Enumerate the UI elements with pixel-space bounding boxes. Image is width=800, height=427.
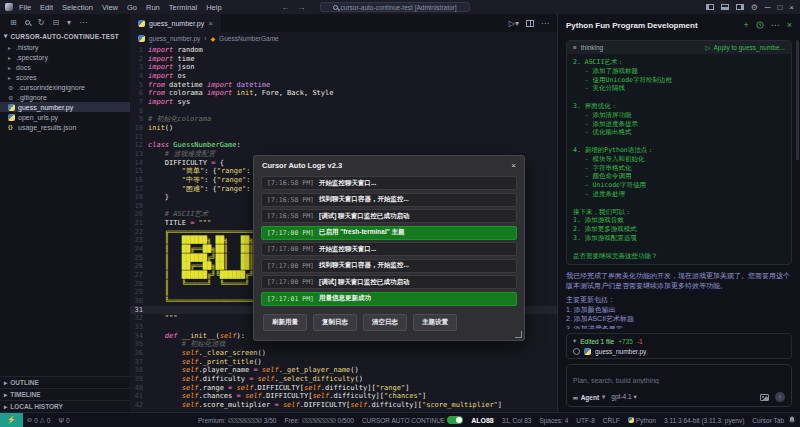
menu-terminal[interactable]: Terminal	[169, 3, 197, 12]
modal-button[interactable]: 清空日志	[363, 314, 407, 331]
log-message: 已启用 "fresh-terminal" 主题	[319, 228, 405, 237]
file-tree-item[interactable]: open_urls.py	[0, 112, 130, 122]
code-token: _get_player_name	[283, 366, 350, 374]
sidebar-section-outline[interactable]: ▸OUTLINE	[0, 376, 130, 388]
python-interpreter[interactable]: 3.11.3 64-bit (3.11.3: pyenv)	[660, 417, 748, 424]
edited-file-row[interactable]: guess_number.py	[573, 348, 785, 355]
line-number: 20	[130, 210, 148, 219]
message-list-item: 1. 添加颜色输出	[566, 305, 792, 315]
maximize-icon[interactable]: □	[777, 3, 782, 12]
breadcrumb[interactable]: guess_number.py › ◆ GuessNumberGame	[130, 32, 557, 44]
history-icon[interactable]	[756, 21, 764, 29]
code-token	[148, 384, 182, 392]
chat-scrollbar[interactable]	[796, 40, 799, 160]
code-token: self	[350, 401, 367, 409]
agent-mode-select[interactable]: ∞ Agent ▾	[573, 393, 605, 401]
close-icon[interactable]: ×	[789, 3, 794, 12]
line-number: 8	[130, 107, 148, 116]
new-chat-icon[interactable]: +	[743, 20, 748, 30]
cursor-position[interactable]: 31, Col 83	[498, 417, 536, 424]
code-line: 2import time	[130, 55, 557, 64]
code-token: GuessNumberGame	[169, 141, 236, 149]
chevron-down-icon[interactable]: ▾	[67, 18, 71, 27]
file-tree-item[interactable]: {}usage_results.json	[0, 122, 130, 132]
modal-close-icon[interactable]: ×	[511, 161, 516, 170]
modal-button[interactable]: 刷新用量	[263, 314, 307, 331]
premium-usage[interactable]: Premium: 3/50	[194, 417, 280, 424]
file-tree-item[interactable]: ▸docs	[0, 62, 130, 72]
more-icon[interactable]: ⋯	[79, 18, 87, 27]
modal-button[interactable]: 主题设置	[413, 314, 457, 331]
file-tree-item[interactable]: guess_number.py	[0, 102, 130, 112]
code-token: "score_multiplier"	[422, 401, 498, 409]
prompt-input[interactable]	[573, 377, 785, 384]
layout-sidebar-icon[interactable]	[706, 4, 714, 10]
menu-selection[interactable]: Selection	[62, 3, 93, 12]
file-tree-item[interactable]: ▸scores	[0, 72, 130, 82]
log-row: [7:17:00 PM]开始监控聊天窗口...	[261, 242, 517, 256]
code-token: import	[148, 46, 173, 54]
code-token: self	[182, 401, 199, 409]
layout-secondary-icon[interactable]	[736, 4, 744, 10]
model-select[interactable]: gpt-4.1 ▾	[611, 393, 636, 401]
file-tree-item[interactable]: ▸.specstory	[0, 52, 130, 62]
menu-bar: FileEditSelectionViewGoRunTerminalHelp	[19, 3, 222, 12]
file-tree-item[interactable]: ▸.history	[0, 42, 130, 52]
code-token: import	[148, 63, 173, 71]
cursor-tab-status[interactable]: Cursor Tab	[748, 417, 788, 424]
free-usage[interactable]: Free: 0/500	[280, 417, 357, 424]
edited-files-box[interactable]: ▾ Edited 1 file +735 -1 guess_number.py	[566, 333, 792, 359]
remote-indicator[interactable]: ⚡	[0, 413, 23, 427]
back-icon[interactable]: ←	[282, 3, 290, 12]
log-timestamp: [7:17:00 PM]	[267, 229, 314, 237]
auto-continue-status[interactable]: CURSOR AUTO CONTINUE	[358, 416, 467, 424]
image-attach-icon[interactable]	[760, 394, 769, 401]
menu-run[interactable]: Run	[146, 3, 160, 12]
run-python-icon[interactable]: ▷▾	[509, 19, 519, 28]
file-tree-item[interactable]: ⚙.cursorindexingignore	[0, 82, 130, 92]
ports-indicator[interactable]: Ψ0	[54, 417, 73, 424]
minimize-icon[interactable]: ─	[765, 3, 771, 12]
menu-help[interactable]: Help	[206, 3, 221, 12]
new-file-icon[interactable]: ⊞	[10, 18, 17, 27]
sidebar-section-local-history[interactable]: ▸LOCAL HISTORY	[0, 400, 130, 412]
settings-gear-icon[interactable]: ⚙	[751, 3, 758, 12]
language-mode[interactable]: Python	[624, 417, 660, 424]
menu-view[interactable]: View	[102, 3, 118, 12]
errors-warnings[interactable]: ⊘0 △0	[23, 416, 55, 424]
menu-edit[interactable]: Edit	[40, 3, 53, 12]
code-token: self	[182, 358, 199, 366]
refresh-icon[interactable]: ↻	[38, 18, 45, 27]
layout-panel-icon[interactable]	[721, 4, 729, 10]
file-tree-item[interactable]: ⚙.gitignore	[0, 92, 130, 102]
eol-sequence[interactable]: CRLF	[599, 417, 624, 424]
indentation[interactable]: Spaces: 4	[535, 417, 572, 424]
command-search-box[interactable]: cursor-auto-continue-test [Administrator…	[320, 2, 470, 12]
chat-messages[interactable]: ≡ thinking ▷ Apply to guess_numbe... 2. …	[558, 36, 800, 329]
workspace-root[interactable]: ▾ CURSOR-AUTO-CONTINUE-TEST	[0, 30, 130, 42]
search-icon[interactable]	[25, 20, 30, 25]
tab-close-icon[interactable]: ×	[208, 19, 213, 28]
encoding[interactable]: UTF-8	[572, 417, 598, 424]
more-icon[interactable]: ⋯	[771, 20, 780, 30]
more-actions-icon[interactable]: ⋯	[541, 19, 549, 28]
sidebar-section-timeline[interactable]: ▸TIMELINE	[0, 388, 130, 400]
code-token: _select_difficulty	[279, 375, 355, 383]
modal-button[interactable]: 复制日志	[313, 314, 357, 331]
send-icon[interactable]: ↑	[775, 392, 785, 402]
notifications-bell-icon[interactable]	[788, 416, 796, 424]
collapse-all-icon[interactable]: ⊟	[52, 18, 59, 27]
menu-file[interactable]: File	[19, 3, 31, 12]
close-chat-icon[interactable]: ×	[787, 20, 792, 30]
apply-link[interactable]: ▷ Apply to guess_numbe...	[705, 44, 785, 52]
restore-icon[interactable]	[573, 348, 580, 355]
prompt-input-box[interactable]: ∞ Agent ▾ gpt-4.1 ▾ ↑	[566, 364, 792, 407]
code-token: , Fore, Back, Style	[253, 89, 333, 97]
tab-guess-number[interactable]: guess_number.py ×	[130, 14, 222, 32]
menu-go[interactable]: Go	[127, 3, 137, 12]
forward-icon[interactable]: →	[298, 3, 306, 12]
auto-continue-toggle[interactable]	[447, 416, 463, 424]
resize-handle[interactable]	[515, 331, 522, 338]
split-editor-icon[interactable]	[526, 20, 534, 27]
code-token: "简单"	[182, 167, 204, 175]
